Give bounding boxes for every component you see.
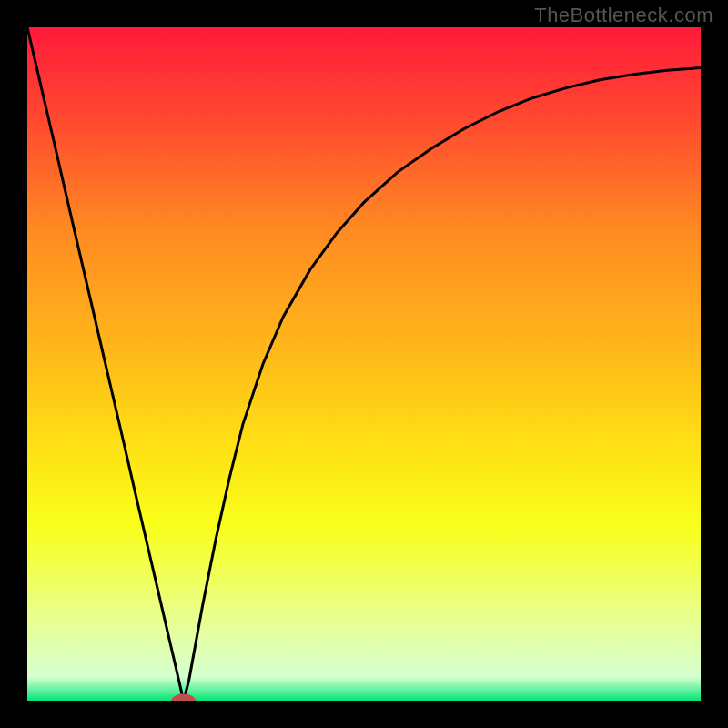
plot-area [27,27,701,701]
gradient-background [27,27,701,701]
chart-svg [27,27,701,701]
watermark-text: TheBottleneck.com [534,4,713,27]
chart-frame: TheBottleneck.com [0,0,728,728]
